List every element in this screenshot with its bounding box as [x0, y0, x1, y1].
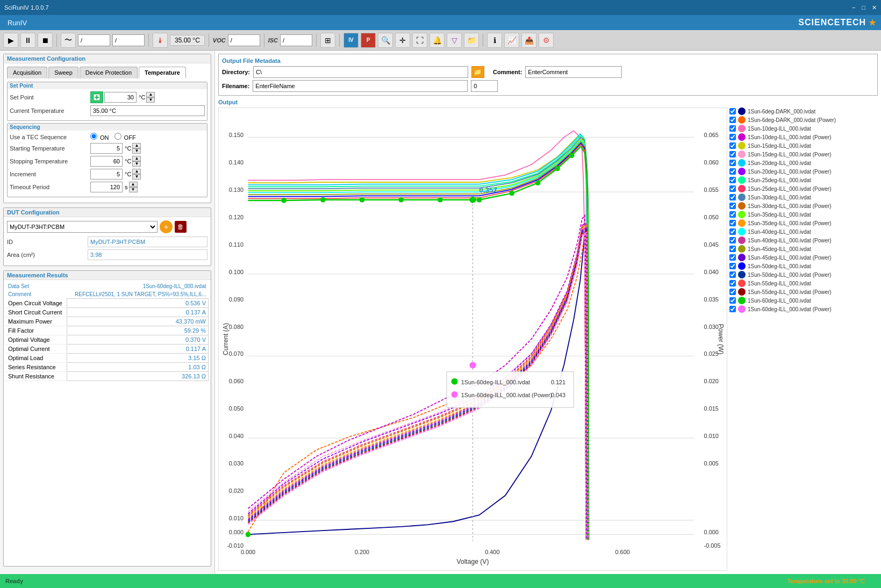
legend-item-6[interactable]: 1Sun-15deg-ILL_000.ivdat (Power): [729, 150, 878, 158]
set-point-stepper[interactable]: ▲ ▼: [146, 92, 155, 103]
starting-temp-input[interactable]: [90, 143, 123, 154]
set-point-up[interactable]: ▲: [146, 92, 155, 97]
stopping-temp-up[interactable]: ▲: [132, 156, 141, 161]
legend-item-19[interactable]: 1Sun-50deg-ILL_000.ivdat: [729, 262, 878, 270]
stopping-temp-stepper[interactable]: ▲ ▼: [132, 156, 141, 167]
legend-item-4[interactable]: 1Sun-10deg-ILL_000.ivdat (Power): [729, 133, 878, 141]
legend-check-7[interactable]: [729, 160, 736, 166]
legend-check-5[interactable]: [729, 142, 736, 149]
legend-check-6[interactable]: [729, 151, 736, 157]
legend-item-23[interactable]: 1Sun-60deg-ILL_000.ivdat: [729, 297, 878, 304]
starting-temp-up[interactable]: ▲: [132, 143, 141, 148]
stop-button[interactable]: ⏹: [38, 33, 53, 48]
legend-item-21[interactable]: 1Sun-55deg-ILL_000.ivdat: [729, 279, 878, 287]
folder-browse-button[interactable]: 📁: [471, 66, 484, 78]
tab-device-protection[interactable]: Device Protection: [80, 67, 138, 78]
legend-check-2[interactable]: [729, 117, 736, 123]
legend-check-20[interactable]: [729, 271, 736, 278]
legend-check-16[interactable]: [729, 237, 736, 243]
file-number-input[interactable]: [471, 80, 498, 92]
isc-input[interactable]: [280, 34, 312, 46]
legend-check-17[interactable]: [729, 246, 736, 252]
timeout-stepper[interactable]: ▲ ▼: [129, 182, 138, 192]
directory-input[interactable]: [253, 66, 468, 78]
legend-check-22[interactable]: [729, 289, 736, 295]
legend-item-1[interactable]: 1Sun-6deg-DARK_000.ivdat: [729, 107, 878, 115]
filter-button[interactable]: ▽: [447, 33, 462, 48]
tab-acquisition[interactable]: Acquisition: [7, 67, 47, 78]
wave-button[interactable]: 〜: [61, 33, 76, 48]
legend-item-14[interactable]: 1Sun-35deg-ILL_000.ivdat (Power): [729, 219, 878, 227]
set-point-down[interactable]: ▼: [146, 97, 155, 103]
legend-check-3[interactable]: [729, 125, 736, 132]
increment-up[interactable]: ▲: [132, 169, 141, 174]
tab-sweep[interactable]: Sweep: [48, 67, 78, 78]
legend-check-23[interactable]: [729, 297, 736, 304]
legend-check-14[interactable]: [729, 220, 736, 226]
legend-check-10[interactable]: [729, 185, 736, 192]
chart-button[interactable]: 📈: [504, 33, 519, 48]
power-button[interactable]: P: [361, 33, 376, 48]
legend-check-21[interactable]: [729, 280, 736, 286]
legend-check-18[interactable]: [729, 254, 736, 261]
dut-select[interactable]: MyDUT-P3HT:PCBM: [7, 221, 157, 233]
legend-check-13[interactable]: [729, 211, 736, 218]
notification-button[interactable]: 🔔: [429, 33, 445, 48]
legend-check-9[interactable]: [729, 177, 736, 183]
increment-stepper[interactable]: ▲ ▼: [132, 169, 141, 180]
grid-button[interactable]: ⊞: [320, 33, 335, 48]
legend-item-24[interactable]: 1Sun-60deg-ILL_000.ivdat (Power): [729, 305, 878, 313]
menu-item-runiv[interactable]: RunIV: [4, 18, 30, 28]
legend-item-5[interactable]: 1Sun-15deg-ILL_000.ivdat: [729, 142, 878, 149]
export-button[interactable]: 📤: [521, 33, 536, 48]
iv-button[interactable]: IV: [343, 33, 359, 48]
legend-item-16[interactable]: 1Sun-40deg-ILL_000.ivdat (Power): [729, 236, 878, 244]
legend-item-20[interactable]: 1Sun-50deg-ILL_000.ivdat (Power): [729, 271, 878, 278]
legend-item-8[interactable]: 1Sun-20deg-ILL_000.ivdat (Power): [729, 168, 878, 175]
stopping-temp-down[interactable]: ▼: [132, 161, 141, 167]
toolbar-input-1[interactable]: [78, 34, 110, 46]
folder-button[interactable]: 📁: [464, 33, 479, 48]
legend-item-22[interactable]: 1Sun-55deg-ILL_000.ivdat (Power): [729, 288, 878, 296]
minimize-button[interactable]: −: [852, 4, 855, 11]
legend-check-11[interactable]: [729, 194, 736, 200]
starting-temp-down[interactable]: ▼: [132, 148, 141, 154]
add-dut-button[interactable]: +: [160, 220, 173, 233]
play-button[interactable]: ▶: [3, 33, 18, 48]
on-radio-label[interactable]: ON: [90, 133, 109, 141]
legend-item-18[interactable]: 1Sun-45deg-ILL_000.ivdat (Power): [729, 254, 878, 261]
legend-check-12[interactable]: [729, 203, 736, 209]
legend-item-17[interactable]: 1Sun-45deg-ILL_000.ivdat: [729, 245, 878, 253]
close-button[interactable]: ✕: [872, 4, 877, 11]
set-point-value[interactable]: [104, 92, 137, 103]
increment-input[interactable]: [90, 169, 123, 180]
legend-item-13[interactable]: 1Sun-35deg-ILL_000.ivdat: [729, 211, 878, 218]
legend-item-9[interactable]: 1Sun-25deg-ILL_000.ivdat: [729, 176, 878, 184]
tab-temperature[interactable]: Temperature: [139, 67, 186, 78]
legend-item-11[interactable]: 1Sun-30deg-ILL_000.ivdat: [729, 193, 878, 201]
timeout-input[interactable]: [90, 182, 123, 192]
legend-check-4[interactable]: [729, 134, 736, 140]
legend-check-19[interactable]: [729, 263, 736, 269]
info-button[interactable]: ℹ: [487, 33, 502, 48]
legend-check-8[interactable]: [729, 168, 736, 175]
crosshair-button[interactable]: ✛: [395, 33, 410, 48]
starting-temp-stepper[interactable]: ▲ ▼: [132, 143, 141, 154]
off-radio-label[interactable]: OFF: [114, 133, 136, 141]
legend-item-2[interactable]: 1Sun-6deg-DARK_000.ivdat (Power): [729, 116, 878, 124]
legend-item-3[interactable]: 1Sun-10deg-ILL_000.ivdat: [729, 125, 878, 132]
pause-button[interactable]: ⏸: [20, 33, 35, 48]
on-radio[interactable]: [90, 133, 97, 140]
voc-input[interactable]: [228, 34, 260, 46]
filename-input[interactable]: [253, 80, 468, 92]
maximize-button[interactable]: □: [862, 4, 865, 11]
stopping-temp-input[interactable]: [90, 156, 123, 167]
increment-down[interactable]: ▼: [132, 174, 141, 180]
comment-input[interactable]: [525, 66, 622, 78]
timeout-up[interactable]: ▲: [129, 182, 138, 187]
legend-check-1[interactable]: [729, 108, 736, 114]
off-radio[interactable]: [114, 133, 121, 140]
fullscreen-button[interactable]: ⛶: [412, 33, 427, 48]
zoom-button[interactable]: 🔍: [378, 33, 393, 48]
settings-button[interactable]: ⚙: [539, 33, 554, 48]
